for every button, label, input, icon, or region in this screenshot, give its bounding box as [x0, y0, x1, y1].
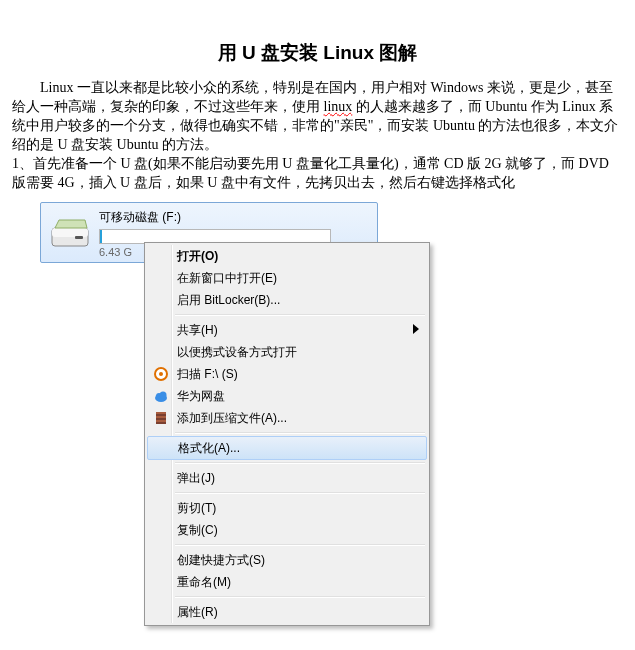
menu-item[interactable]: 在新窗口中打开(E) [147, 267, 427, 289]
svg-rect-11 [156, 412, 166, 414]
svg-point-6 [159, 372, 163, 376]
menu-item-label: 华为网盘 [177, 388, 225, 405]
menu-item[interactable]: 复制(C) [147, 519, 427, 541]
menu-item-label: 剪切(T) [177, 500, 216, 517]
menu-item-label: 创建快捷方式(S) [177, 552, 265, 569]
svg-rect-2 [75, 236, 83, 239]
page-title: 用 U 盘安装 Linux 图解 [12, 40, 623, 66]
menu-item-label: 扫描 F:\ (S) [177, 366, 238, 383]
menu-item-label: 属性(R) [177, 604, 218, 621]
menu-item-label: 打开(O) [177, 248, 218, 265]
menu-item[interactable]: 格式化(A)... [147, 436, 427, 460]
menu-item[interactable]: 以便携式设备方式打开 [147, 341, 427, 363]
menu-item[interactable]: 添加到压缩文件(A)... [147, 407, 427, 429]
context-menu: 打开(O)在新窗口中打开(E)启用 BitLocker(B)...共享(H)以便… [144, 242, 430, 626]
menu-separator [175, 432, 425, 434]
submenu-arrow-icon [413, 323, 419, 337]
svg-marker-3 [55, 220, 87, 228]
menu-separator [175, 596, 425, 598]
menu-separator [175, 462, 425, 464]
removable-disk-icon [49, 216, 91, 252]
linux-link[interactable]: linux [324, 99, 353, 114]
menu-item[interactable]: 属性(R) [147, 601, 427, 623]
menu-item-label: 复制(C) [177, 522, 218, 539]
menu-item[interactable]: 启用 BitLocker(B)... [147, 289, 427, 311]
menu-item-label: 以便携式设备方式打开 [177, 344, 297, 361]
archive-icon [152, 409, 170, 427]
screenshot-figure: 可移动磁盘 (F:) 6.43 G 打开(O)在新窗口中打开(E)启用 BitL… [40, 202, 420, 650]
menu-separator [175, 314, 425, 316]
menu-item-label: 启用 BitLocker(B)... [177, 292, 280, 309]
menu-item-label: 格式化(A)... [178, 440, 240, 457]
menu-item[interactable]: 共享(H) [147, 319, 427, 341]
drive-name: 可移动磁盘 (F:) [99, 209, 369, 226]
svg-point-9 [160, 392, 167, 399]
menu-item[interactable]: 创建快捷方式(S) [147, 549, 427, 571]
svg-rect-13 [156, 420, 166, 422]
menu-item-label: 共享(H) [177, 322, 218, 339]
menu-item[interactable]: 华为网盘 [147, 385, 427, 407]
svg-rect-12 [156, 416, 166, 418]
menu-item[interactable]: 重命名(M) [147, 571, 427, 593]
svg-marker-4 [413, 324, 419, 334]
cloud-icon [152, 387, 170, 405]
menu-item-label: 添加到压缩文件(A)... [177, 410, 287, 427]
menu-item[interactable]: 弹出(J) [147, 467, 427, 489]
menu-item-label: 重命名(M) [177, 574, 231, 591]
menu-separator [175, 492, 425, 494]
virus-scan-icon [152, 365, 170, 383]
menu-item[interactable]: 剪切(T) [147, 497, 427, 519]
menu-item-label: 弹出(J) [177, 470, 215, 487]
svg-rect-1 [52, 228, 88, 237]
menu-separator [175, 544, 425, 546]
menu-item[interactable]: 扫描 F:\ (S) [147, 363, 427, 385]
menu-item-label: 在新窗口中打开(E) [177, 270, 277, 287]
menu-item[interactable]: 打开(O) [147, 245, 427, 267]
paragraph-2: 1、首先准备一个 U 盘(如果不能启动要先用 U 盘量化工具量化)，通常 CD … [12, 154, 623, 192]
paragraph-1: Linux 一直以来都是比较小众的系统，特别是在国内，用户相对 Windows … [12, 78, 623, 154]
